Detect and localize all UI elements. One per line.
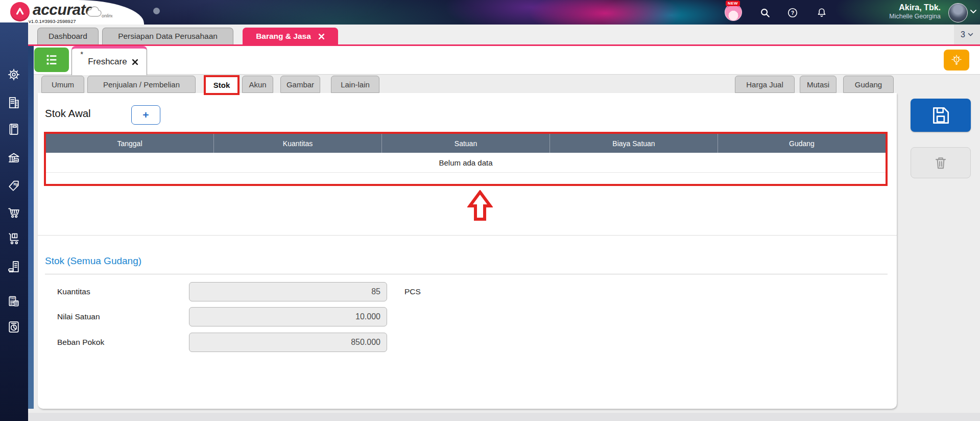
brand-name: accurate xyxy=(33,1,93,18)
stok-semua-gudang-title: Stok (Semua Gudang) xyxy=(45,255,141,267)
tab-barang-jasa[interactable]: Barang & Jasa xyxy=(243,28,338,44)
shopping-cart-icon xyxy=(7,205,21,220)
assets-building-icon xyxy=(7,260,21,274)
help-icon[interactable]: ? xyxy=(787,7,798,18)
new-badge: NEW xyxy=(726,1,740,6)
trash-icon xyxy=(932,154,949,172)
document-tab-strip xyxy=(28,46,980,75)
accurate-online-app: accurate online v1.0.1#3993-2598927 NEW … xyxy=(0,0,980,421)
item-list-button[interactable] xyxy=(34,48,69,72)
subtab-akun[interactable]: Akun xyxy=(242,76,273,93)
book-icon xyxy=(7,122,21,136)
sidebar-nav: Rp TAX xyxy=(0,22,28,421)
heading-divider xyxy=(45,274,888,274)
company-name: Akira, Tbk. xyxy=(838,3,941,13)
sidebar-item-fixed-assets[interactable] xyxy=(7,260,21,274)
subtab-gudang[interactable]: Gudang xyxy=(843,76,894,93)
cloud-online-icon: online xyxy=(86,3,112,19)
add-stok-awal-button[interactable]: + xyxy=(131,105,160,125)
beban-pokok-label: Beban Pokok xyxy=(57,338,104,347)
bank-card-icon xyxy=(7,151,21,166)
sidebar-item-settings[interactable] xyxy=(7,67,21,82)
accurate-logo-icon[interactable] xyxy=(10,2,30,21)
sidebar-item-purchases[interactable] xyxy=(7,205,21,220)
nilai-satuan-field[interactable] xyxy=(189,307,387,326)
subtab-label: Akun xyxy=(249,80,266,89)
company-building-icon xyxy=(7,96,21,110)
svg-text:TAX: TAX xyxy=(10,297,15,300)
subtab-harga-jual[interactable]: Harga Jual xyxy=(735,76,795,93)
kuantitas-unit-label: PCS xyxy=(404,287,421,296)
subtab-umum[interactable]: Umum xyxy=(41,76,84,93)
lightbulb-icon: ! xyxy=(950,54,963,66)
subtab-mutasi[interactable]: Mutasi xyxy=(800,76,836,93)
sidebar-item-inventory[interactable] xyxy=(7,231,21,246)
subtab-gambar[interactable]: Gambar xyxy=(280,76,320,93)
brand-suffix: online xyxy=(102,13,112,18)
tab-label: Barang & Jasa xyxy=(256,32,311,41)
column-header-satuan[interactable]: Satuan xyxy=(382,134,550,153)
table-empty-state: Belum ada data xyxy=(46,153,886,173)
tab-dashboard[interactable]: Dashboard xyxy=(37,28,99,44)
doc-tab-freshcare[interactable]: * Freshcare xyxy=(71,46,147,75)
pie-chart-report-icon xyxy=(7,320,21,334)
user-avatar[interactable] xyxy=(948,3,968,22)
subtab-label: Penjualan / Pembelian xyxy=(103,80,180,89)
user-name: Michelle Georgina xyxy=(838,13,941,20)
doc-tab-label: Freshcare xyxy=(88,57,127,67)
svg-text:!: ! xyxy=(956,57,958,62)
save-button[interactable] xyxy=(911,99,971,132)
chevron-down-icon xyxy=(968,33,973,37)
subtab-stok[interactable]: Stok xyxy=(206,77,237,93)
nav-edge-strip xyxy=(28,46,34,409)
section-divider xyxy=(38,235,897,236)
app-header: accurate online v1.0.1#3993-2598927 NEW … xyxy=(0,0,980,25)
logo-plate: accurate online v1.0.1#3993-2598927 xyxy=(0,0,144,25)
tips-button[interactable]: ! xyxy=(944,50,969,71)
notifications-bell-icon[interactable] xyxy=(816,7,827,18)
annotation-box-stok-tab: Stok xyxy=(204,75,240,95)
user-info[interactable]: Akira, Tbk. Michelle Georgina xyxy=(838,3,941,20)
tab-label: Persiapan Data Perusahaan xyxy=(118,32,218,41)
sidebar-item-bank[interactable] xyxy=(7,151,21,166)
plus-icon: + xyxy=(142,109,149,121)
annotation-arrow-up xyxy=(467,190,493,222)
kuantitas-label: Kuantitas xyxy=(57,287,90,296)
app-version: v1.0.1#3993-2598927 xyxy=(29,18,76,24)
tab-label: Dashboard xyxy=(49,32,87,41)
close-icon[interactable] xyxy=(318,33,325,40)
subtab-label: Harga Jual xyxy=(746,80,783,89)
save-floppy-icon xyxy=(930,105,951,126)
annotation-box-stok-awal-table: Tanggal Kuantitas Satuan Biaya Satuan Gu… xyxy=(44,132,888,186)
search-icon[interactable] xyxy=(759,7,771,18)
svg-text:?: ? xyxy=(791,10,794,16)
column-header-kuantitas[interactable]: Kuantitas xyxy=(214,134,382,153)
close-icon[interactable] xyxy=(132,59,138,65)
hand-truck-icon xyxy=(7,231,21,246)
column-header-tanggal[interactable]: Tanggal xyxy=(46,134,214,153)
user-menu-chevron-down-icon[interactable] xyxy=(970,9,977,14)
column-header-biaya-satuan[interactable]: Biaya Satuan xyxy=(550,134,718,153)
beban-pokok-field[interactable] xyxy=(189,333,387,352)
whats-new-avatar-icon[interactable] xyxy=(725,4,742,21)
subtab-lain-lain[interactable]: Lain-lain xyxy=(331,76,379,93)
kuantitas-field[interactable] xyxy=(189,282,387,301)
sidebar-item-journal[interactable] xyxy=(7,122,21,136)
window-count-dropdown[interactable]: 3 xyxy=(954,25,980,44)
subtab-label: Umum xyxy=(52,80,74,89)
unsaved-marker: * xyxy=(80,50,83,58)
bottom-strip xyxy=(28,413,980,421)
sidebar-item-sales[interactable]: Rp xyxy=(7,179,21,193)
sidebar-item-company[interactable] xyxy=(7,96,21,110)
subtab-label: Stok xyxy=(213,81,230,89)
gear-icon xyxy=(7,67,21,82)
delete-button[interactable] xyxy=(911,147,971,178)
column-header-gudang[interactable]: Gudang xyxy=(718,134,886,153)
stok-awal-title: Stok Awal xyxy=(45,107,91,120)
sidebar-item-tax[interactable]: TAX xyxy=(7,294,21,309)
tax-document-icon: TAX xyxy=(7,294,21,309)
window-count: 3 xyxy=(961,30,965,39)
tab-persiapan-data-perusahaan[interactable]: Persiapan Data Perusahaan xyxy=(102,28,233,44)
subtab-penjualan-pembelian[interactable]: Penjualan / Pembelian xyxy=(87,76,196,93)
sidebar-item-reports[interactable] xyxy=(7,320,21,334)
